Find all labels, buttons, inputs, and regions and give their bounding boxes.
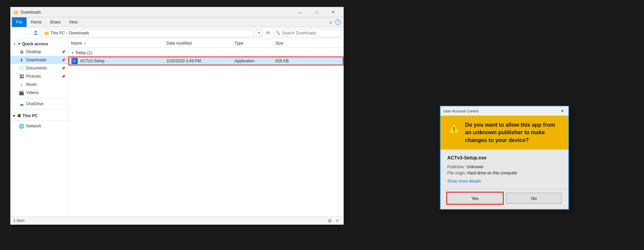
sidebar-item-downloads[interactable]: ⬇ Downloads 📌 [11,56,68,64]
uac-origin-label: File origin: [447,171,466,175]
address-path[interactable]: This PC › Downloads [41,29,254,37]
uac-buttons: Yes No [440,189,568,209]
documents-pin: 📌 [61,66,65,70]
uac-header-text: Do you want to allow this app from an un… [465,121,562,144]
path-dropdown-btn[interactable]: ▾ [256,29,262,37]
quick-access-chevron: ▼ [13,43,16,46]
tab-file[interactable]: File [12,17,27,27]
up-button[interactable] [32,29,40,37]
downloads-label: Downloads [26,58,46,62]
ribbon-chevron: ∧ ? [327,19,342,26]
explorer-window: Downloads — □ ✕ File Home Share View ∧ ?… [10,7,344,225]
col-name-header[interactable]: Name ▲ [71,41,166,46]
path-downloads: Downloads [69,31,89,35]
uac-no-button[interactable]: No [506,193,562,204]
this-pc-label: This PC [22,113,38,118]
file-row-actv3[interactable]: A ACTv3-Setup 2/10/2020 3:49 PM Applicat… [68,57,343,65]
col-type-header[interactable]: Type [235,41,275,46]
maximize-button[interactable]: □ [309,7,324,17]
pictures-pin: 📌 [61,75,65,78]
col-date-header[interactable]: Date modified [166,41,235,46]
pictures-label: Pictures [26,74,41,79]
status-bar: 1 item ⊞ ≡ [11,216,343,224]
file-date: 2/10/2020 3:49 PM [166,59,235,63]
sidebar-divider-2 [11,109,68,110]
this-pc-chevron: ▶ [13,114,15,117]
status-item-count: 1 item [13,218,25,223]
pictures-icon: 🖼 [19,74,24,79]
ribbon-collapse-btn[interactable]: ∧ [327,19,334,26]
tab-share[interactable]: Share [46,17,65,27]
uac-title-text: User Account Control [443,109,559,113]
quick-access-label: Quick access [22,42,48,46]
path-this-pc: This PC [50,31,65,35]
app-icon: A [71,58,78,64]
this-pc-icon: 🖥 [17,113,21,118]
uac-titlebar: User Account Control ✕ [440,106,568,116]
videos-icon: 🎬 [19,90,24,95]
col-size-header[interactable]: Size [275,41,309,46]
sidebar-item-network[interactable]: 🌐 Network [11,122,68,130]
tab-view[interactable]: View [65,17,82,27]
sidebar-item-videos[interactable]: 🎬 Videos [11,89,68,97]
sidebar-item-music[interactable]: ♪ Music [11,80,68,89]
uac-close-button[interactable]: ✕ [559,108,566,114]
search-box: 🔍 [273,29,341,37]
file-size: 928 KB [275,59,309,63]
status-bar-right: ⊞ ≡ [326,217,341,224]
sidebar-item-documents[interactable]: 📄 Documents 📌 [11,64,68,72]
group-label: Today (1) [75,50,92,55]
sidebar-quick-access-header[interactable]: ▼ ✦ Quick access [11,40,68,48]
svg-text:!: ! [453,126,455,133]
downloads-pin: 📌 [61,58,65,62]
documents-icon: 📄 [19,65,24,71]
folder-icon [13,10,19,15]
title-bar: Downloads — □ ✕ [11,7,343,17]
sidebar-divider-3 [11,120,68,121]
col-name-label: Name [71,41,82,46]
sidebar: ▼ ✦ Quick access 🖥 Desktop 📌 ⬇ Downloads… [11,39,68,216]
file-type: Application [235,59,275,63]
downloads-icon: ⬇ [19,57,24,63]
col-date-label: Date modified [166,41,192,46]
network-icon: 🌐 [19,123,24,129]
uac-warning-icon: ! [447,121,461,135]
uac-yes-button[interactable]: Yes [447,193,503,204]
sidebar-item-desktop[interactable]: 🖥 Desktop 📌 [11,48,68,56]
sidebar-item-pictures[interactable]: 🖼 Pictures 📌 [11,72,68,80]
refresh-button[interactable]: ⟳ [264,29,272,37]
music-icon: ♪ [19,82,24,87]
uac-publisher-value: Unknown [467,165,484,169]
uac-dialog: User Account Control ✕ ! Do you want to … [440,106,569,210]
view-grid-btn[interactable]: ⊞ [326,217,333,224]
tab-home[interactable]: Home [27,17,46,27]
uac-origin-value: Hard drive on this computer [467,171,517,175]
group-today[interactable]: ▼ Today (1) [68,49,343,57]
sidebar-item-onedrive[interactable]: ☁ OneDrive [11,100,68,108]
videos-label: Videos [26,90,38,95]
onedrive-label: OneDrive [26,101,44,106]
network-label: Network [26,124,41,128]
back-button[interactable]: ← [13,29,21,37]
group-chevron: ▼ [71,51,74,54]
ribbon-tabs: File Home Share View ∧ ? [11,17,343,27]
sidebar-this-pc[interactable]: ▶ 🖥 This PC [11,111,68,119]
desktop-label: Desktop [26,49,41,54]
uac-publisher-row: Publisher: Unknown [447,165,562,169]
col-type-label: Type [235,41,243,46]
search-input[interactable] [282,31,339,35]
view-list-btn[interactable]: ≡ [334,217,341,224]
music-label: Music [26,82,37,87]
close-button[interactable]: ✕ [325,7,341,17]
uac-show-more-link[interactable]: Show more details [447,179,562,184]
minimize-button[interactable]: — [292,7,308,17]
forward-button[interactable]: → [22,29,30,37]
address-bar: ← → This PC › Downloads ▾ ⟳ 🔍 [11,27,343,39]
uac-header: ! Do you want to allow this app from an … [440,116,568,150]
column-headers: Name ▲ Date modified Type Size [68,39,343,48]
onedrive-icon: ☁ [19,101,24,107]
uac-origin-row: File origin: Hard drive on this computer [447,171,562,175]
ribbon-help-btn[interactable]: ? [335,19,341,25]
pin-icon: 📌 [61,50,65,54]
file-list: Name ▲ Date modified Type Size ▼ Today (… [68,39,343,216]
